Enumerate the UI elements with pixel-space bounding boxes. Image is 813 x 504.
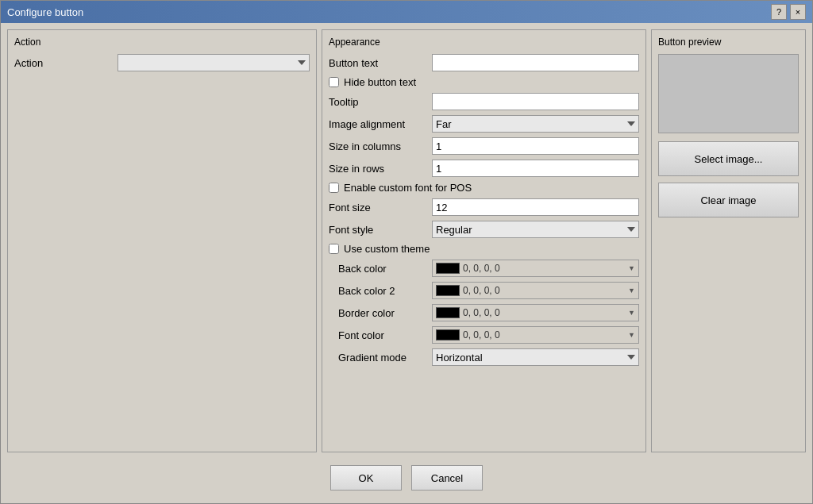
appearance-panel: Appearance Button text Hide button text … (322, 29, 646, 452)
hide-button-text-label: Hide button text (344, 76, 416, 88)
border-color-swatch (436, 307, 460, 318)
back-color-row: Back color 0, 0, 0, 0 ▼ (329, 260, 639, 277)
font-style-select[interactable]: Regular (432, 221, 639, 238)
action-label: Action (14, 57, 118, 69)
tooltip-input[interactable] (432, 93, 639, 110)
action-section-title: Action (14, 37, 310, 48)
dialog-body: Action Action Appearance Button text (1, 23, 812, 503)
image-alignment-label: Image alignment (329, 118, 432, 130)
cancel-button[interactable]: Cancel (411, 465, 483, 491)
enable-custom-font-checkbox[interactable] (329, 183, 339, 193)
button-text-input[interactable] (432, 54, 639, 71)
back-color-dropdown-icon: ▼ (628, 264, 635, 272)
gradient-mode-select[interactable]: Horizontal (432, 348, 639, 366)
action-panel: Action Action (7, 29, 317, 452)
hide-button-text-checkbox[interactable] (329, 77, 339, 87)
close-button[interactable]: × (790, 4, 806, 20)
back-color2-picker[interactable]: 0, 0, 0, 0 ▼ (432, 282, 639, 299)
border-color-label: Border color (329, 307, 432, 319)
back-color2-label: Back color 2 (329, 285, 432, 297)
font-style-row: Font style Regular (329, 221, 639, 238)
select-image-button[interactable]: Select image... (658, 141, 799, 176)
size-rows-label: Size in rows (329, 163, 432, 175)
border-color-picker[interactable]: 0, 0, 0, 0 ▼ (432, 304, 639, 321)
button-preview-title: Button preview (658, 37, 799, 48)
font-size-label: Font size (329, 202, 432, 214)
back-color-picker[interactable]: 0, 0, 0, 0 ▼ (432, 260, 639, 277)
enable-custom-font-label: Enable custom font for POS (344, 182, 472, 194)
action-select[interactable] (118, 54, 310, 71)
button-text-label: Button text (329, 57, 432, 69)
font-style-label: Font style (329, 224, 432, 236)
back-color-label: Back color (329, 263, 432, 275)
enable-custom-font-row: Enable custom font for POS (329, 182, 639, 194)
use-custom-theme-row: Use custom theme (329, 243, 639, 255)
gradient-mode-row: Gradient mode Horizontal (329, 348, 639, 366)
use-custom-theme-checkbox[interactable] (329, 244, 339, 254)
dialog-title: Configure button (7, 6, 83, 18)
button-preview-area (658, 54, 799, 133)
font-color-row: Font color 0, 0, 0, 0 ▼ (329, 326, 639, 344)
border-color-value: 0, 0, 0, 0 (463, 307, 635, 318)
back-color-swatch (436, 263, 460, 274)
size-rows-input[interactable] (432, 160, 639, 177)
image-alignment-select[interactable]: Far (432, 115, 639, 133)
action-row: Action (14, 54, 310, 71)
font-color-swatch (436, 329, 460, 340)
size-columns-input[interactable] (432, 137, 639, 155)
gradient-mode-label: Gradient mode (329, 352, 432, 364)
configure-button-dialog: Configure button ? × Action Action Appea… (0, 0, 813, 504)
back-color2-value: 0, 0, 0, 0 (463, 285, 635, 296)
border-color-row: Border color 0, 0, 0, 0 ▼ (329, 304, 639, 321)
hide-button-text-row: Hide button text (329, 76, 639, 88)
back-color2-dropdown-icon: ▼ (628, 287, 635, 294)
main-panels: Action Action Appearance Button text (7, 29, 806, 452)
size-columns-label: Size in columns (329, 140, 432, 152)
ok-button[interactable]: OK (330, 465, 402, 491)
image-alignment-row: Image alignment Far (329, 115, 639, 133)
dialog-footer: OK Cancel (7, 459, 806, 497)
tooltip-row: Tooltip (329, 93, 639, 110)
border-color-dropdown-icon: ▼ (628, 309, 635, 317)
font-color-label: Font color (329, 329, 432, 341)
back-color-value: 0, 0, 0, 0 (463, 263, 635, 274)
button-text-row: Button text (329, 54, 639, 71)
back-color2-swatch (436, 285, 460, 296)
font-color-value: 0, 0, 0, 0 (463, 329, 635, 340)
back-color2-row: Back color 2 0, 0, 0, 0 ▼ (329, 282, 639, 299)
button-preview-panel: Button preview Select image... Clear ima… (651, 29, 806, 452)
font-size-input[interactable] (432, 198, 639, 216)
size-rows-row: Size in rows (329, 160, 639, 177)
font-color-dropdown-icon: ▼ (628, 331, 635, 339)
font-size-row: Font size (329, 198, 639, 216)
title-bar: Configure button ? × (1, 1, 812, 23)
appearance-section-title: Appearance (329, 37, 639, 48)
title-bar-controls: ? × (771, 4, 806, 20)
clear-image-button[interactable]: Clear image (658, 183, 799, 217)
use-custom-theme-label: Use custom theme (344, 243, 430, 255)
size-columns-row: Size in columns (329, 137, 639, 155)
help-button[interactable]: ? (771, 4, 787, 20)
font-color-picker[interactable]: 0, 0, 0, 0 ▼ (432, 326, 639, 344)
tooltip-label: Tooltip (329, 96, 432, 108)
